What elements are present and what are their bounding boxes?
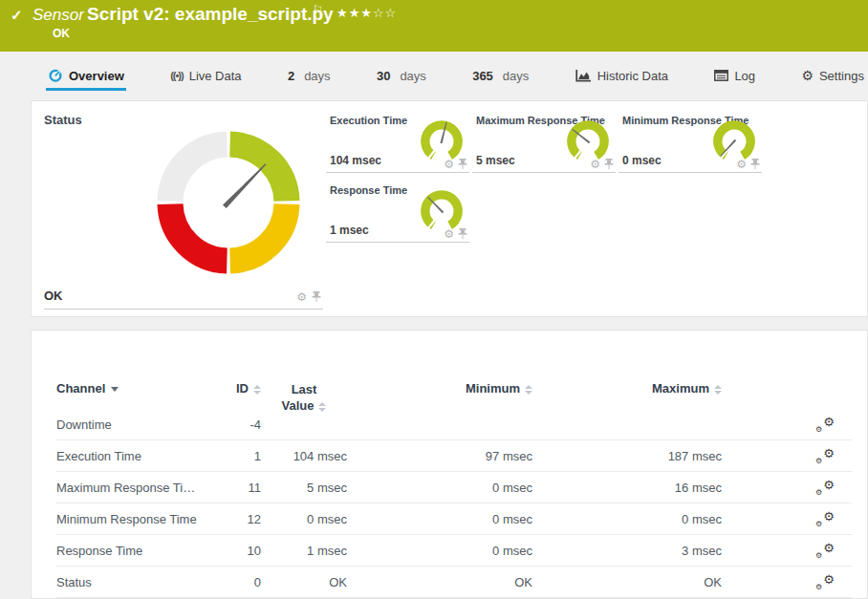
channel-minimum: 0 msec [351, 472, 532, 503]
status-gauge-chart [152, 126, 305, 279]
column-header-last-value[interactable]: Last Value [261, 372, 347, 409]
channel-settings-icon[interactable]: ⚙⚙ [815, 416, 835, 435]
table-row-minimum-response-time[interactable]: Minimum Response Time 12 0 msec 0 msec 0… [56, 503, 852, 535]
channel-maximum: 3 msec [536, 535, 722, 567]
sensor-status-text: OK [53, 27, 70, 40]
channel-settings-icon[interactable]: ⚙⚙ [815, 479, 835, 498]
table-row-status[interactable]: Status 0 OK OK OK ⚙⚙ [56, 567, 852, 598]
channel-maximum: OK [536, 567, 722, 598]
tab-live-data[interactable]: ((•)) Live Data [168, 63, 243, 91]
tab-log[interactable]: Log [712, 63, 757, 91]
table-row-execution-time[interactable]: Execution Time 1 104 msec 97 msec 187 ms… [56, 440, 852, 472]
gauge-value: 5 msec [476, 154, 515, 167]
status-gauge-needle [223, 162, 268, 208]
channel-maximum: 187 msec [536, 440, 722, 472]
gauge-settings-gear-icon[interactable]: ⚙ [736, 159, 747, 170]
gauge-chart [418, 186, 466, 234]
gauge-chart [564, 117, 612, 164]
channel-name: Response Time [56, 535, 228, 567]
channel-minimum [351, 409, 532, 440]
sensor-header: ✓ Sensor Script v2: example_script.py ⚐ … [0, 0, 868, 52]
tab-bar: Overview ((•)) Live Data 2days 30days 36… [31, 63, 868, 94]
channel-maximum: 16 msec [536, 472, 722, 503]
gauge-panel-maximum-response-time: Maximum Response Time 5 msec ⚙ [472, 109, 616, 173]
rating-stars[interactable]: ★★★☆☆ [336, 6, 397, 20]
gauge-settings-gear-icon[interactable]: ⚙ [444, 159, 454, 170]
sensor-kind-label: Sensor [33, 6, 84, 25]
gauge-chart [418, 117, 466, 164]
column-header-id[interactable]: ID [219, 372, 261, 409]
column-header-channel[interactable]: Channel [56, 372, 228, 409]
channel-minimum: 97 msec [351, 440, 532, 472]
tab-historic-data[interactable]: Historic Data [574, 63, 670, 91]
gauge-panel-response-time: Response Time 1 msec ⚙ [326, 179, 469, 243]
gauge-panel-execution-time: Execution Time 104 msec ⚙ [326, 109, 469, 173]
gauge-settings-gear-icon[interactable]: ⚙ [296, 291, 307, 303]
channel-minimum: 0 msec [351, 503, 532, 535]
gauge-value: 104 msec [330, 154, 381, 167]
channel-id: 0 [219, 567, 261, 598]
channel-id: 10 [219, 535, 261, 567]
channel-maximum [536, 409, 722, 440]
channel-settings-icon[interactable]: ⚙⚙ [815, 573, 835, 592]
tab-2-days[interactable]: 2days [286, 63, 333, 91]
table-row-response-time[interactable]: Response Time 10 1 msec 0 msec 3 msec ⚙⚙ [56, 535, 852, 567]
table-row-downtime[interactable]: Downtime -4 ⚙⚙ [56, 409, 852, 440]
channel-minimum: 0 msec [351, 535, 532, 567]
status-gauge-footer: OK ⚙ [44, 289, 323, 310]
flag-icon[interactable]: ⚐ [313, 3, 323, 16]
channel-id: 11 [219, 472, 261, 503]
gauge-value: 1 msec [330, 224, 369, 237]
gauge-settings-gear-icon[interactable]: ⚙ [590, 159, 600, 170]
tab-overview[interactable]: Overview [46, 63, 126, 91]
channel-last-value: 0 msec [261, 503, 347, 535]
channel-id: 1 [219, 440, 261, 472]
channel-settings-icon[interactable]: ⚙⚙ [815, 510, 835, 529]
gauge-value: 0 msec [622, 154, 662, 167]
log-icon [714, 70, 728, 81]
live-data-icon: ((•)) [170, 70, 184, 81]
sort-desc-icon [111, 387, 119, 392]
pin-icon[interactable] [458, 228, 467, 240]
sort-icon [714, 385, 722, 395]
table-row-maximum-response-time[interactable]: Maximum Response Ti… 11 5 msec 0 msec 16… [56, 472, 852, 503]
gauge-title: Execution Time [330, 115, 407, 126]
channel-table-panel: Channel ID Last Value Minimum Maximum Do… [31, 330, 868, 599]
status-gauge-title: Status [44, 113, 82, 127]
historic-chart-icon [575, 69, 592, 82]
channel-id: 12 [219, 503, 261, 535]
channel-name: Execution Time [56, 440, 228, 472]
sort-icon [525, 385, 532, 395]
pin-icon[interactable] [458, 159, 467, 170]
sensor-title: Script v2: example_script.py [87, 4, 334, 25]
channel-minimum: OK [351, 567, 532, 598]
channel-last-value: 1 msec [261, 535, 347, 567]
status-check-icon: ✓ [11, 7, 23, 24]
gauge-settings-gear-icon[interactable]: ⚙ [444, 228, 454, 240]
channel-id: -4 [219, 409, 261, 440]
tab-settings[interactable]: ⚙ Settings [799, 63, 866, 91]
channel-name: Status [56, 567, 228, 598]
pin-icon[interactable] [312, 291, 321, 303]
gauge-chart [710, 117, 758, 164]
sort-icon [253, 385, 261, 395]
gauge-title: Response Time [330, 184, 407, 196]
channel-settings-icon[interactable]: ⚙⚙ [815, 447, 835, 466]
overview-gauges-panel: Status OK ⚙ Execution Time 104 msec [31, 100, 868, 317]
channel-last-value: 104 msec [261, 440, 347, 472]
column-header-maximum[interactable]: Maximum [536, 372, 722, 409]
channel-settings-icon[interactable]: ⚙⚙ [815, 542, 835, 561]
channel-last-value [261, 409, 347, 440]
channel-name: Minimum Response Time [56, 503, 228, 535]
gauge-icon [48, 68, 63, 83]
column-header-minimum[interactable]: Minimum [351, 372, 532, 409]
pin-icon[interactable] [750, 159, 760, 170]
status-gauge-value: OK [44, 289, 63, 303]
gear-icon: ⚙ [801, 69, 814, 82]
tab-30-days[interactable]: 30days [375, 63, 428, 91]
tab-365-days[interactable]: 365days [470, 63, 531, 91]
channel-last-value: 5 msec [261, 472, 347, 503]
pin-icon[interactable] [604, 159, 614, 170]
channel-name: Downtime [56, 409, 228, 440]
gauge-panel-minimum-response-time: Minimum Response Time 0 msec ⚙ [618, 109, 762, 173]
